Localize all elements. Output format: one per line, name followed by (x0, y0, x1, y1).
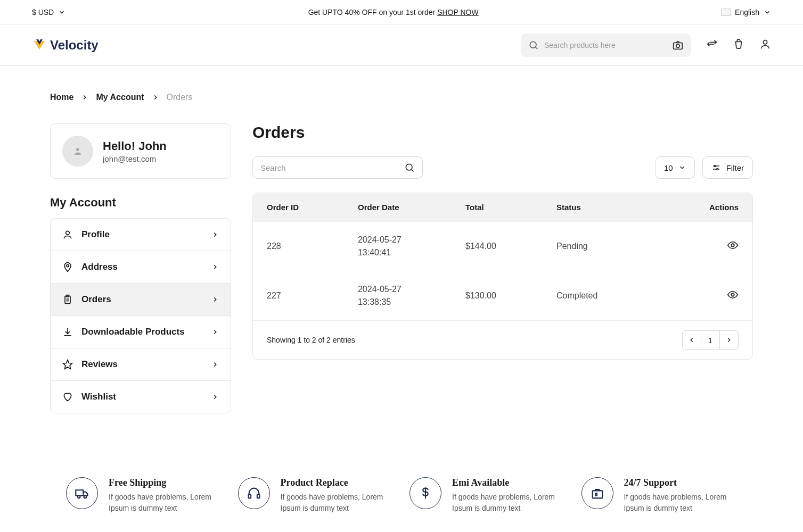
page-next-button[interactable] (719, 330, 739, 350)
promo-link[interactable]: SHOP NOW (437, 8, 479, 16)
menu-item-address[interactable]: Address (51, 251, 231, 284)
view-order-button[interactable] (727, 293, 739, 302)
date-line2: 13:38:35 (358, 296, 465, 309)
page-title: Orders (252, 123, 753, 142)
svg-point-13 (406, 164, 412, 170)
sliders-icon (711, 163, 721, 172)
cell-order-date: 2024-05-27 13:38:35 (358, 283, 465, 309)
menu-item-wishlist[interactable]: Wishlist (51, 381, 231, 413)
download-icon (62, 327, 73, 337)
feature-desc: If goods have problems, Lorem Ipsum is d… (452, 492, 566, 514)
logo-mark-icon (32, 38, 47, 53)
logo[interactable]: Velocity (32, 38, 99, 53)
col-total: Total (465, 203, 556, 212)
menu-label: Reviews (81, 359, 118, 370)
store-icon (581, 477, 613, 509)
user-icon[interactable] (759, 38, 771, 52)
cell-total: $144.00 (465, 242, 556, 251)
svg-rect-2 (674, 43, 683, 49)
star-icon (62, 359, 73, 370)
promo-banner: Get UPTO 40% OFF on your 1st order SHOP … (65, 8, 721, 16)
table-row: 228 2024-05-27 13:40:41 $144.00 Pending (253, 221, 752, 271)
chevron-right-icon (211, 328, 219, 336)
svg-rect-25 (257, 494, 259, 498)
camera-icon[interactable] (672, 39, 684, 51)
svg-point-22 (78, 496, 80, 498)
orders-search[interactable] (252, 156, 423, 179)
feature-title: Emi Available (452, 477, 566, 488)
menu-item-orders[interactable]: Orders (51, 284, 231, 316)
svg-point-7 (67, 264, 69, 267)
chevron-right-icon (211, 263, 219, 271)
date-line1: 2024-05-27 (358, 234, 465, 246)
menu-label: Downloadable Products (81, 327, 185, 337)
filter-button[interactable]: Filter (702, 156, 753, 179)
table-header: Order ID Order Date Total Status Actions (253, 193, 752, 221)
page-size-select[interactable]: 10 (655, 156, 695, 179)
svg-rect-26 (592, 491, 602, 498)
table-row: 227 2024-05-27 13:38:35 $130.00 Complete… (253, 271, 752, 320)
crumb-home[interactable]: Home (50, 93, 73, 102)
menu-label: Wishlist (81, 392, 116, 402)
orders-table: Order ID Order Date Total Status Actions… (252, 193, 753, 360)
svg-point-19 (731, 244, 734, 247)
svg-point-5 (76, 148, 79, 151)
feature-shipping: Free Shipping If goods have problems, Lo… (66, 477, 222, 514)
table-footer: Showing 1 to 2 of 2 entries 1 (253, 320, 752, 359)
feature-desc: If goods have problems, Lorem Ipsum is d… (281, 492, 394, 514)
page-prev-button[interactable] (682, 330, 701, 350)
chevron-right-icon (211, 296, 219, 303)
feature-desc: If goods have problems, Lorem Ipsum is d… (109, 492, 222, 514)
page-size-value: 10 (664, 163, 673, 172)
truck-icon (66, 477, 98, 509)
search-box[interactable] (521, 34, 691, 57)
feature-title: Product Replace (281, 477, 394, 488)
breadcrumb: Home My Account Orders (50, 93, 753, 102)
headphones-icon (238, 477, 270, 509)
chevron-right-icon (211, 231, 219, 238)
chevron-down-icon (58, 9, 65, 16)
chevron-right-icon (211, 361, 219, 368)
svg-rect-21 (76, 490, 83, 496)
orders-search-input[interactable] (260, 163, 404, 172)
currency-selector[interactable]: $ USD (32, 8, 65, 16)
menu-label: Profile (81, 229, 110, 240)
language-selector[interactable]: English (721, 8, 771, 16)
avatar (62, 136, 93, 167)
menu-label: Address (81, 262, 118, 272)
flag-icon (721, 9, 731, 16)
svg-line-14 (412, 170, 414, 172)
date-line2: 13:40:41 (358, 246, 465, 259)
main-content: Orders 10 Filter (252, 123, 753, 413)
svg-line-1 (536, 47, 538, 49)
crumb-account[interactable]: My Account (96, 93, 144, 102)
view-order-button[interactable] (727, 244, 739, 253)
feature-support: 24/7 Support If goods have problems, Lor… (581, 477, 738, 514)
compare-icon[interactable] (706, 38, 718, 52)
cart-icon[interactable] (733, 38, 744, 52)
svg-point-17 (714, 165, 716, 167)
promo-text: Get UPTO 40% OFF on your 1st order (308, 8, 438, 16)
menu-label: Orders (81, 294, 111, 305)
cell-status: Completed (556, 291, 673, 301)
chevron-down-icon (678, 164, 686, 171)
clipboard-icon (62, 294, 73, 305)
svg-point-0 (530, 41, 536, 48)
person-icon (62, 229, 73, 240)
menu-item-profile[interactable]: Profile (51, 219, 231, 251)
heart-icon (62, 392, 73, 402)
svg-point-23 (84, 496, 87, 498)
svg-point-20 (731, 293, 734, 296)
cell-order-date: 2024-05-27 13:40:41 (358, 234, 465, 259)
currency-label: $ USD (32, 8, 54, 16)
search-input[interactable] (544, 41, 667, 49)
chevron-right-icon (152, 94, 159, 101)
page-number[interactable]: 1 (701, 330, 720, 350)
top-bar: $ USD Get UPTO 40% OFF on your 1st order… (0, 0, 803, 24)
menu-item-downloads[interactable]: Downloadable Products (51, 316, 231, 348)
menu-item-reviews[interactable]: Reviews (51, 348, 231, 381)
eye-icon (727, 289, 739, 301)
cell-total: $130.00 (465, 291, 556, 301)
feature-title: 24/7 Support (624, 477, 738, 488)
header: Velocity (0, 24, 803, 66)
